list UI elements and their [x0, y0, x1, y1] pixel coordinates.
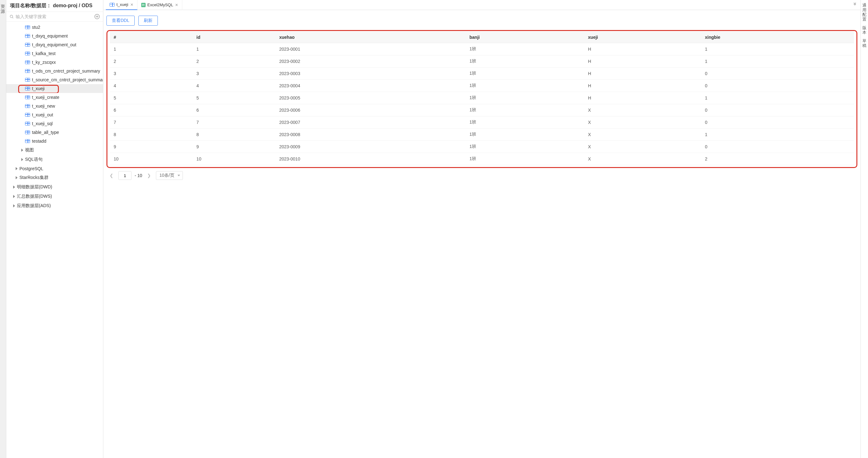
page-input[interactable]: [118, 171, 131, 180]
sidebar-table-t_ods_cm_cntrct_project_summary[interactable]: t_ods_cm_cntrct_project_summary: [6, 67, 103, 75]
table-row[interactable]: 222023-00021班H1: [110, 55, 854, 68]
table-row[interactable]: 662023-00061班X0: [110, 104, 854, 117]
cell: 1班: [466, 117, 584, 129]
sidebar-table-t_ky_zscqxx[interactable]: t_ky_zscqxx: [6, 58, 103, 67]
chevron-right-icon: [13, 195, 15, 198]
close-icon[interactable]: ✕: [175, 3, 178, 7]
cell: 1: [701, 92, 854, 104]
cell: 0: [701, 104, 854, 117]
table-row[interactable]: 882023-00081班X1: [110, 129, 854, 141]
table-icon: [110, 3, 115, 7]
add-icon[interactable]: [94, 14, 100, 20]
sidebar-table-t_xueji_create[interactable]: t_xueji_create: [6, 93, 103, 102]
cell: X: [584, 117, 701, 129]
cell: 2023-0009: [276, 141, 466, 153]
sidebar-table-t_kafka_test[interactable]: t_kafka_test: [6, 49, 103, 58]
svg-point-0: [10, 15, 12, 18]
cell: 7: [110, 117, 193, 129]
cell: 1: [701, 55, 854, 68]
pager: ❮ - 10 ❯ 10条/页: [106, 168, 857, 183]
sidebar: 项目名称/数据层： demo-proj / ODS stu2t_dxyq_equ…: [6, 0, 103, 458]
cell: 1班: [466, 80, 584, 92]
cell: 0: [701, 80, 854, 92]
page-size-select[interactable]: 10条/页: [156, 171, 183, 180]
cell: 6: [110, 104, 193, 117]
chevron-right-icon: [16, 176, 18, 179]
tree-branch[interactable]: SQL语句: [6, 155, 103, 164]
cell: 2023-0001: [276, 43, 466, 55]
table-label: t_dxyq_equipment_out: [32, 42, 76, 47]
cell: 7: [193, 117, 275, 129]
cell: 1: [701, 43, 854, 55]
cell: 1班: [466, 129, 584, 141]
tree-branch[interactable]: 应用数据层(ADS): [6, 201, 103, 210]
tree: stu2t_dxyq_equipmentt_dxyq_equipment_out…: [6, 22, 103, 458]
chevron-right-icon: [21, 149, 23, 152]
table-label: t_source_cm_cntrct_project_summary: [32, 77, 103, 82]
tree-branch[interactable]: StarRocks集群: [6, 173, 103, 183]
sidebar-table-t_xueji_new[interactable]: t_xueji_new: [6, 102, 103, 110]
svg-line-1: [12, 18, 13, 19]
table-icon: [25, 87, 30, 90]
right-rail-item[interactable]: 通用配置: [862, 3, 866, 22]
cell: 1班: [466, 68, 584, 80]
table-row[interactable]: 10102023-00101班X2: [110, 153, 854, 165]
sidebar-table-t_xueji_sql[interactable]: t_xueji_sql: [6, 119, 103, 128]
button-row: 查看DDL 刷新: [106, 15, 857, 26]
column-header: id: [193, 32, 275, 43]
view-ddl-button[interactable]: 查看DDL: [106, 15, 135, 26]
sidebar-table-testadd[interactable]: testadd: [6, 137, 103, 145]
table-icon: [25, 43, 30, 46]
cell: 0: [701, 68, 854, 80]
main: t_xueji✕DIExcel2MySQL✕ 查看DDL 刷新 #idxueha…: [103, 0, 861, 458]
tree-branch[interactable]: PostgreSQL: [6, 164, 103, 173]
table-icon: [25, 34, 30, 38]
left-rail: 资源: [0, 0, 6, 458]
table-icon: [25, 104, 30, 108]
table-icon: [25, 52, 30, 55]
sidebar-table-t_xueji[interactable]: t_xueji: [6, 84, 103, 93]
right-rail-item[interactable]: 草稿: [862, 39, 866, 48]
cell: X: [584, 129, 701, 141]
next-page-icon[interactable]: ❯: [145, 173, 153, 178]
table-icon: [25, 25, 30, 29]
cell: 2: [110, 55, 193, 68]
expand-tabs-icon[interactable]: [849, 2, 861, 8]
cell: 2: [193, 55, 275, 68]
cell: 3: [110, 68, 193, 80]
sidebar-table-stu2[interactable]: stu2: [6, 23, 103, 32]
cell: 1班: [466, 55, 584, 68]
refresh-button[interactable]: 刷新: [138, 15, 158, 26]
table-row[interactable]: 992023-00091班X0: [110, 141, 854, 153]
sidebar-table-t_dxyq_equipment_out[interactable]: t_dxyq_equipment_out: [6, 40, 103, 49]
table-row[interactable]: 112023-00011班H1: [110, 43, 854, 55]
sidebar-table-table_all_type[interactable]: table_all_type: [6, 128, 103, 137]
table-row[interactable]: 442023-00041班H0: [110, 80, 854, 92]
tree-branch[interactable]: 汇总数据层(DWS): [6, 192, 103, 201]
cell: X: [584, 141, 701, 153]
tab-t_xueji[interactable]: t_xueji✕: [106, 0, 137, 10]
search-row: [6, 12, 103, 22]
table-label: t_xueji_sql: [32, 121, 53, 126]
tree-branch[interactable]: 明细数据层(DWD): [6, 183, 103, 192]
sidebar-table-t_xueji_out[interactable]: t_xueji_out: [6, 110, 103, 119]
cell: 1: [110, 43, 193, 55]
tab-Excel2MySQL[interactable]: DIExcel2MySQL✕: [137, 0, 182, 10]
table-row[interactable]: 332023-00031班H0: [110, 68, 854, 80]
table-label: testadd: [32, 139, 46, 143]
search-input[interactable]: [16, 14, 92, 19]
sidebar-table-t_dxyq_equipment[interactable]: t_dxyq_equipment: [6, 32, 103, 40]
tree-branch[interactable]: 视图: [6, 145, 103, 155]
table-label: t_ods_cm_cntrct_project_summary: [32, 68, 100, 73]
prev-page-icon[interactable]: ❮: [108, 173, 115, 178]
cell: 2023-0002: [276, 55, 466, 68]
right-rail-item[interactable]: 版本: [862, 26, 866, 35]
close-icon[interactable]: ✕: [130, 2, 133, 7]
cell: 2023-0006: [276, 104, 466, 117]
table-label: table_all_type: [32, 130, 59, 135]
table-icon: [25, 122, 30, 126]
cell: 2023-0004: [276, 80, 466, 92]
sidebar-table-t_source_cm_cntrct_project_summary[interactable]: t_source_cm_cntrct_project_summary: [6, 75, 103, 84]
table-row[interactable]: 772023-00071班X0: [110, 117, 854, 129]
table-row[interactable]: 552023-00051班H1: [110, 92, 854, 104]
